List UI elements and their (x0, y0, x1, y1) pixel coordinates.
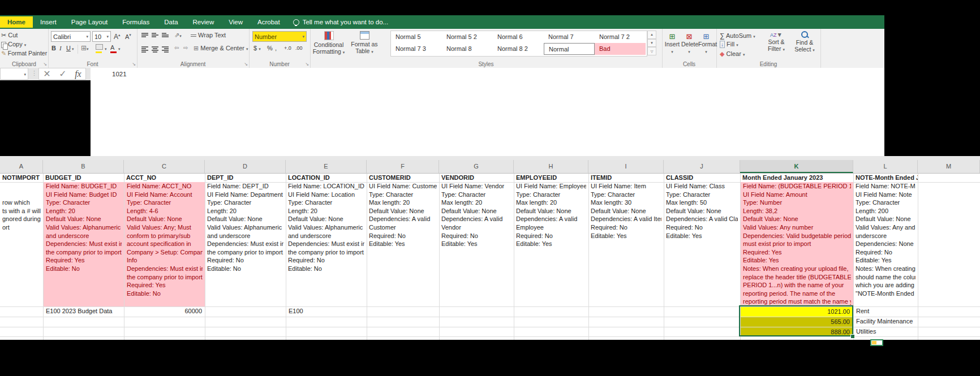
autosum-button[interactable]: ∑ AutoSum ▾ (720, 32, 755, 40)
cell-G2-description[interactable]: UI Field Name: VendorType: CharacterMax … (439, 182, 514, 306)
column-header-C[interactable]: C (124, 160, 205, 173)
percent-style-button[interactable]: % (267, 45, 273, 51)
cell-B1[interactable]: BUDGET_ID (43, 174, 124, 182)
cell-L2-description[interactable]: Field Name: NOTE-MoUI Field Name: NoteTy… (853, 182, 918, 306)
column-header-F[interactable]: F (367, 160, 439, 173)
style-bad[interactable]: Bad (595, 43, 646, 55)
tab-home[interactable]: Home (0, 16, 33, 28)
copy-button[interactable]: Copy ▾ (1, 41, 26, 48)
orientation-button[interactable]: ⇗▾ (174, 32, 182, 39)
align-left-icon[interactable] (141, 46, 148, 53)
cell-A2-description[interactable]: row whichts with a # willgnored duringor… (0, 182, 43, 306)
format-as-table-button[interactable]: Format as Table ▾ (347, 31, 381, 55)
shrink-font-button[interactable]: A▾ (125, 33, 131, 40)
decrease-indent-button[interactable]: ⇦ (174, 45, 179, 51)
cell-L1[interactable]: NOTE-Month Ended January 2023 (853, 174, 918, 182)
font-dialog-launcher[interactable]: ↘ (132, 62, 136, 67)
formula-bar-grip[interactable]: ⋮ (31, 70, 37, 77)
borders-button[interactable]: ⊞▾ (81, 44, 89, 52)
cell-E3[interactable]: E100 (286, 306, 367, 317)
fill-button[interactable]: ↓ Fill ▾ (720, 41, 738, 47)
tab-view[interactable]: View (221, 16, 250, 28)
column-header-H[interactable]: H (514, 160, 588, 173)
underline-dropdown[interactable]: ▾ (72, 47, 74, 51)
font-size-combo[interactable]: 10▾ (92, 31, 111, 42)
cell-K1[interactable]: Month Ended January 2023 (740, 174, 853, 182)
cell-K3-active[interactable]: 1021.00 (741, 307, 853, 317)
cell-D2-description[interactable]: Field Name: DEPT_IDUI Field Name: Depart… (205, 182, 286, 306)
cell-J1[interactable]: CLASSID (664, 174, 740, 182)
cell-J2-description[interactable]: UI Field Name: ClassType: CharacterMax l… (664, 182, 740, 306)
cell-F2-description[interactable]: UI Field Name: CustomerType: CharacterMa… (367, 182, 439, 306)
increase-decimal-button[interactable]: +.0 (284, 45, 291, 51)
column-header-E[interactable]: E (286, 160, 367, 173)
align-center-icon[interactable] (152, 46, 158, 53)
column-header-D[interactable]: D (205, 160, 286, 173)
cell-E2-description[interactable]: Field Name: LOCATION_IDUI Field Name: Lo… (286, 182, 367, 306)
fill-handle[interactable] (850, 334, 855, 339)
fill-color-dropdown[interactable]: ▾ (105, 47, 107, 51)
style-normal-7[interactable]: Normal 7 (544, 31, 595, 43)
column-header-I[interactable]: I (588, 160, 664, 173)
cell-I2-description[interactable]: UI Field Name: ItemType: CharacterMax le… (588, 182, 664, 306)
cell-E1[interactable]: LOCATION_ID (286, 174, 367, 182)
alignment-dialog-launcher[interactable]: ↘ (244, 62, 248, 67)
clipboard-dialog-launcher[interactable]: ↘ (43, 62, 47, 67)
comma-style-button[interactable]: , (275, 45, 277, 51)
column-header-A[interactable]: A (0, 160, 43, 173)
style-normal-5[interactable]: Normal 5 (391, 31, 442, 43)
font-family-combo[interactable]: Calibri▾ (51, 31, 91, 42)
gallery-more-icon[interactable]: ▽ (647, 47, 656, 55)
cell-L5[interactable]: Utilities (853, 327, 918, 337)
insert-function-icon[interactable]: fx (75, 69, 81, 79)
sort-filter-button[interactable]: AZ▼ Sort & Filter ▾ (763, 31, 790, 53)
cell-H2-description[interactable]: UI Field Name: EmployeeType: CharacterMa… (514, 182, 588, 306)
underline-button[interactable]: U (66, 45, 71, 51)
wrap-text-button[interactable]: Wrap Text (191, 32, 226, 38)
cell-C2-description[interactable]: Field Name: ACCT_NOUI Field Name: Accoun… (124, 182, 205, 306)
cell-A1[interactable]: NOTIMPORT (0, 174, 43, 182)
increase-indent-button[interactable]: ⇨ (183, 45, 188, 51)
formula-input[interactable]: 1021 (91, 68, 884, 80)
format-painter-button[interactable]: ✎ Format Painter (1, 50, 47, 57)
style-normal-7-3[interactable]: Normal 7 3 (391, 43, 442, 55)
align-top-icon[interactable] (141, 33, 148, 37)
italic-button[interactable]: I (59, 45, 62, 51)
align-bottom-icon[interactable] (162, 33, 169, 37)
cell-H1[interactable]: EMPLOYEEID (514, 174, 588, 182)
merge-center-button[interactable]: ⊞ Merge & Center ▾ (194, 45, 248, 52)
bold-button[interactable]: B (51, 45, 56, 51)
grow-font-button[interactable]: A▴ (114, 33, 121, 41)
cell-K2-description[interactable]: Field Name: (BUDGETABLE PERIOD 1...n)UI … (741, 182, 853, 306)
cut-button[interactable]: ✂ Cut (1, 32, 18, 39)
tab-page-layout[interactable]: Page Layout (64, 16, 115, 28)
name-box-dropdown-icon[interactable]: ▾ (24, 72, 26, 77)
conditional-formatting-button[interactable]: Conditional Formatting ▾ (311, 31, 346, 56)
column-header-L[interactable]: L (853, 160, 918, 173)
column-header-J[interactable]: J (664, 160, 740, 173)
cell-C1[interactable]: ACCT_NO (124, 174, 205, 182)
gallery-scroll-down-icon[interactable]: ▼ (647, 39, 656, 47)
tab-review[interactable]: Review (186, 16, 222, 28)
fill-color-button[interactable] (96, 44, 103, 53)
tab-formulas[interactable]: Formulas (115, 16, 157, 28)
style-normal-selected[interactable]: Normal (544, 43, 595, 55)
column-header-B[interactable]: B (43, 160, 124, 173)
clear-button[interactable]: ◆ Clear ▾ (720, 50, 745, 58)
cell-K4[interactable]: 565.00 (741, 317, 853, 327)
cell-G1[interactable]: VENDORID (439, 174, 514, 182)
font-color-button[interactable]: A (110, 44, 117, 53)
column-header-G[interactable]: G (439, 160, 514, 173)
align-right-icon[interactable] (162, 46, 169, 53)
style-normal-7-2[interactable]: Normal 7 2 (595, 31, 646, 43)
gallery-scroll-up-icon[interactable]: ▲ (647, 31, 656, 39)
decrease-decimal-button[interactable]: .00 (295, 45, 303, 51)
style-normal-6[interactable]: Normal 6 (493, 31, 544, 43)
cell-I1[interactable]: ITEMID (588, 174, 664, 182)
cell-L3[interactable]: Rent (853, 306, 918, 317)
style-normal-5-2[interactable]: Normal 5 2 (442, 31, 493, 43)
format-cells-button[interactable]: ⊞ Format▾ (698, 32, 714, 54)
tab-insert[interactable]: Insert (33, 16, 64, 28)
enter-check-icon[interactable]: ✓ (59, 68, 66, 79)
cell-L4[interactable]: Facility Maintenance (853, 317, 918, 327)
